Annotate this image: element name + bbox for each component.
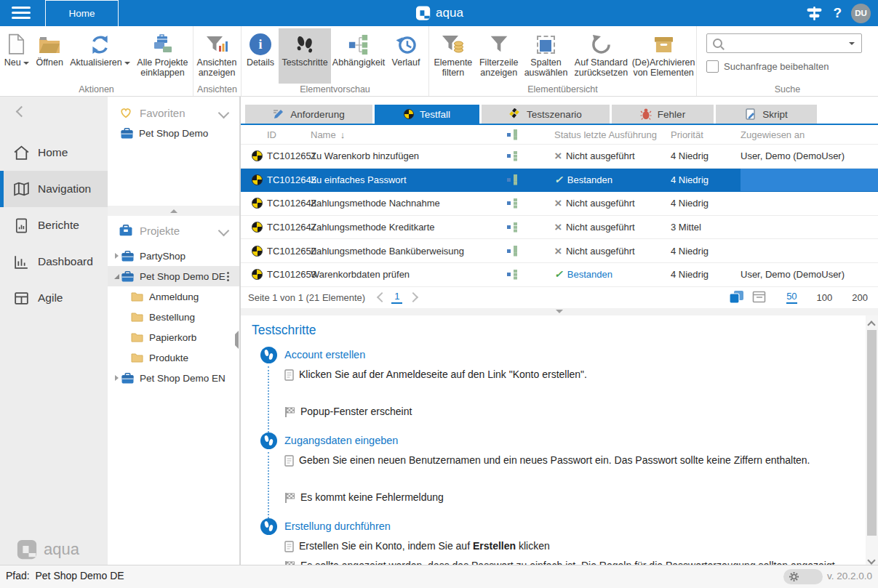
open-button[interactable]: Öffnen xyxy=(33,28,67,84)
sidebar-item-dashboard[interactable]: Dashboard xyxy=(0,243,108,280)
hamburger-menu-icon[interactable] xyxy=(12,7,31,20)
table-row[interactable]: TC1012651 Zu Warenkorb hinzufügen Nicht … xyxy=(241,145,878,169)
tree-item-pet-shop-demo-en[interactable]: Pet Shop Demo EN xyxy=(108,368,239,388)
keep-search-label: Suchanfrage beibehalten xyxy=(724,61,829,72)
agile-icon xyxy=(12,289,31,307)
table-row[interactable]: TC1012647 Zahlungsmethode Kreditkarte Ni… xyxy=(241,216,878,240)
folder-icon xyxy=(131,353,143,363)
step-expected-result: Es kommt keine Fehlermeldung xyxy=(300,491,444,503)
page-size-200[interactable]: 200 xyxy=(852,292,868,303)
folder-icon xyxy=(131,312,143,322)
projects-header[interactable]: Projekte xyxy=(108,222,239,239)
panel-splitter[interactable] xyxy=(108,206,239,216)
expander-collapsed-icon[interactable] xyxy=(111,253,121,259)
archive-items-button[interactable]: (De)Archivieren von Elementen xyxy=(631,28,695,84)
footer-logo: aqua xyxy=(16,539,79,560)
page-number[interactable]: 1 xyxy=(391,291,402,304)
ribbon-group-aktionen: Neu Öffnen Aktualisieren Alle Projekte e… xyxy=(0,26,193,96)
table-row[interactable]: TC1012653 Warenkorbdaten prüfen Bestande… xyxy=(241,263,878,287)
favorite-item-pet-shop-demo[interactable]: Pet Shop Demo xyxy=(108,123,239,143)
search-input[interactable] xyxy=(727,37,849,49)
column-header-id[interactable]: ID xyxy=(267,129,311,140)
map-icon xyxy=(12,180,31,198)
status-passed-icon xyxy=(554,174,563,185)
search-dropdown-caret-icon[interactable] xyxy=(849,42,855,45)
show-views-button[interactable]: Ansichten anzeigen xyxy=(194,28,239,84)
aqua-logo-icon xyxy=(415,5,431,21)
scroll-down-icon[interactable] xyxy=(867,556,875,564)
tab-anforderung[interactable]: Anforderung xyxy=(245,105,372,124)
select-columns-button[interactable]: Spalten auswählen xyxy=(522,28,571,84)
next-page-icon[interactable] xyxy=(408,292,418,302)
vertical-scrollbar[interactable] xyxy=(866,315,878,569)
signpost-icon[interactable] xyxy=(805,6,823,21)
details-button[interactable]: i Details xyxy=(242,28,279,84)
favorites-header[interactable]: Favoriten xyxy=(108,104,239,121)
table-row[interactable]: TC1012648 Zahlungsmethode Nachnahme Nich… xyxy=(241,192,878,216)
project-tree-panel: Favoriten Pet Shop Demo Projekte PartySh… xyxy=(108,97,240,565)
reset-icon xyxy=(590,31,612,57)
history-button[interactable]: Verlauf xyxy=(386,28,426,84)
tab-fehler[interactable]: Fehler xyxy=(612,105,714,124)
column-header-name[interactable]: Name xyxy=(311,129,506,140)
tab-testszenario[interactable]: Testszenario xyxy=(482,105,610,124)
context-menu-icon[interactable] xyxy=(227,272,229,274)
sidebar-item-agile[interactable]: Agile xyxy=(0,280,108,316)
dependency-button[interactable]: Abhängigkeit xyxy=(331,28,386,84)
tree-splitter-handle[interactable] xyxy=(235,334,239,345)
ribbon-tab-home[interactable]: Home xyxy=(45,0,119,26)
column-header-status[interactable]: Status letzte Ausführung xyxy=(554,129,671,140)
ribbon-group-elementuebersicht: Elemente filtern Filterzeile anzeigen Sp… xyxy=(429,26,697,96)
tree-item-bestellung[interactable]: Bestellung xyxy=(108,307,239,327)
open-folder-icon xyxy=(38,31,61,57)
horizontal-splitter[interactable] xyxy=(241,308,878,315)
page-size-100[interactable]: 100 xyxy=(817,292,833,303)
tab-skript[interactable]: Skript xyxy=(716,105,817,124)
sidebar-collapse-icon[interactable] xyxy=(17,107,25,118)
prev-page-icon[interactable] xyxy=(377,292,387,302)
scrollbar-thumb[interactable] xyxy=(867,330,877,536)
splitter-down-icon xyxy=(556,310,563,313)
keep-search-checkbox[interactable] xyxy=(706,60,719,73)
settings-button[interactable] xyxy=(783,569,823,584)
sidebar-item-berichte[interactable]: Berichte xyxy=(0,207,108,243)
step-name-link[interactable]: Account erstellen xyxy=(284,347,856,363)
table-row[interactable]: TC1012650 Zahlungsmethode Banküberweisun… xyxy=(241,239,878,263)
tree-item-partyshop[interactable]: PartyShop xyxy=(108,246,239,266)
sidebar-item-home[interactable]: Home xyxy=(0,134,108,171)
help-icon[interactable]: ? xyxy=(833,5,842,21)
show-filter-row-button[interactable]: Filterzeile anzeigen xyxy=(476,28,522,84)
briefcase-icon xyxy=(121,251,134,262)
avatar[interactable]: DU xyxy=(851,4,871,23)
description-doc-icon xyxy=(284,369,294,383)
sidebar-item-navigation[interactable]: Navigation xyxy=(0,171,108,207)
table-row-selected[interactable]: TC1012645 Zu einfaches Passwort Bestande… xyxy=(241,169,878,193)
test-steps-button[interactable]: Testschritte xyxy=(279,28,331,84)
tree-item-pet-shop-demo-de[interactable]: Pet Shop Demo DE xyxy=(108,266,239,286)
scroll-up-icon[interactable] xyxy=(867,321,875,329)
chevron-down-icon xyxy=(220,226,228,237)
column-header-hierarchy[interactable] xyxy=(506,129,554,140)
ribbon-group-ansichten: Ansichten anzeigen Ansichten xyxy=(193,26,242,96)
step-name-link[interactable]: Erstellung durchführen xyxy=(284,518,856,535)
tree-item-papierkorb[interactable]: Papierkorb xyxy=(108,327,239,347)
new-button[interactable]: Neu xyxy=(1,28,33,84)
column-header-assigned[interactable]: Zugewiesen an xyxy=(741,125,878,144)
page-size-50[interactable]: 50 xyxy=(786,291,797,304)
tree-item-produkte[interactable]: Produkte xyxy=(108,347,239,368)
filter-icon xyxy=(488,31,510,57)
tree-item-anmeldung[interactable]: Anmeldung xyxy=(108,286,239,307)
expander-collapsed-icon[interactable] xyxy=(111,375,121,381)
expander-expanded-icon[interactable] xyxy=(111,274,121,279)
dependency-icon xyxy=(348,31,370,57)
archive-view-icon[interactable] xyxy=(752,291,767,304)
filter-items-button[interactable]: Elemente filtern xyxy=(430,28,476,84)
collapse-all-projects-button[interactable]: Alle Projekte einklappen xyxy=(133,28,192,84)
column-header-priority[interactable]: Priorität xyxy=(671,129,741,140)
refresh-button[interactable]: Aktualisieren xyxy=(67,28,133,84)
reset-to-default-button[interactable]: Auf Standard zurücksetzen xyxy=(570,28,631,84)
tab-testfall[interactable]: Testfall xyxy=(375,105,479,124)
step-name-link[interactable]: Zugangsdaten eingeben xyxy=(284,432,856,449)
briefcase-icon xyxy=(121,128,133,139)
copy-pages-icon[interactable] xyxy=(729,290,745,305)
